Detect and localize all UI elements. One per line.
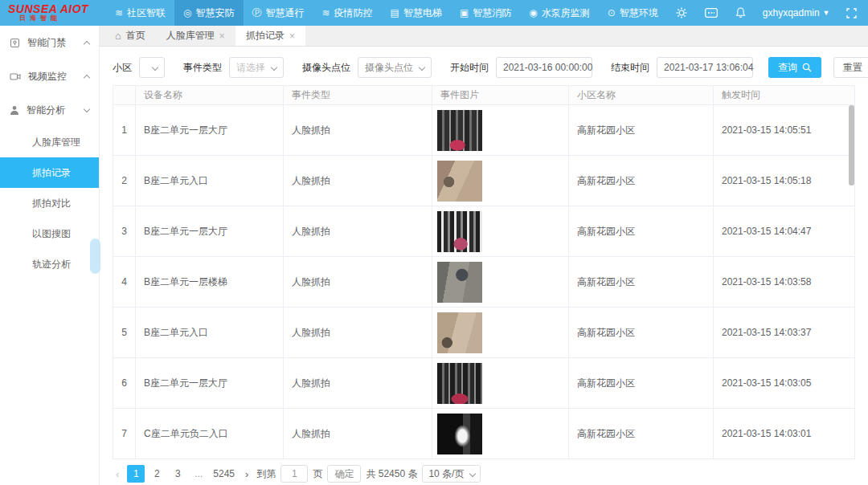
topbar-menu-item[interactable]: ▤ 智慧电梯 (382, 0, 451, 26)
event-snapshot-image[interactable] (437, 161, 482, 202)
topbar-menu-item[interactable]: ≋ 疫情防控 (313, 0, 382, 26)
topbar-menu-item[interactable]: ◎ 智慧安防 (174, 0, 243, 26)
goto-page-input[interactable]: 1 (280, 465, 308, 483)
event-image-cell (432, 156, 569, 206)
close-icon[interactable]: × (289, 31, 295, 42)
logo-text-cn: 日海智能 (8, 15, 106, 22)
next-page-arrow[interactable]: › (242, 468, 252, 480)
sidebar-submenu-item[interactable]: 人脸库管理 (0, 127, 99, 157)
close-icon[interactable]: × (219, 31, 225, 42)
chevron-up-icon (84, 40, 90, 47)
event-snapshot-image[interactable] (437, 211, 482, 252)
event-snapshot-image[interactable] (437, 262, 482, 303)
reset-button-label: 重置 (843, 61, 862, 75)
device-name-cell: B座二单元入口 (136, 308, 284, 358)
sidebar-group-smart-analysis[interactable]: 智能分析 (0, 93, 99, 127)
event-snapshot-image[interactable] (437, 414, 482, 454)
start-time-input[interactable]: 2021-03-16 00:00:00 (496, 57, 592, 78)
camera-select[interactable]: 摄像头点位 (358, 57, 432, 78)
sidebar-group-door-access[interactable]: 智能门禁 (0, 26, 99, 59)
page-number-button[interactable]: 5245 (211, 465, 237, 483)
search-button-label: 查询 (778, 61, 797, 75)
sidebar-group-label: 智能门禁 (27, 36, 77, 50)
fullscreen-icon[interactable] (837, 0, 866, 26)
topbar-menu-item[interactable]: ≋ 社区智联 (106, 0, 174, 26)
event-image-cell (432, 358, 569, 409)
trigger-time-cell: 2021-03-15 14:04:47 (714, 206, 854, 257)
col-header-device: 设备名称 (136, 86, 284, 105)
table-scrollbar[interactable] (849, 105, 854, 185)
col-header-index (113, 86, 136, 105)
goto-page-label: 到第 (256, 467, 276, 481)
trigger-time-cell: 2021-03-15 14:05:18 (714, 156, 854, 206)
filterbar: 小区 事件类型 请选择 摄像头点位 摄像头点位 开始时间 2021-03-16 … (100, 47, 868, 85)
table-row: 4 B座二单元一层楼梯 人脸抓拍 高新花园小区 2021-03-15 14:03… (113, 257, 854, 308)
sidebar-submenu-item[interactable]: 轨迹分析 (0, 249, 99, 279)
door-lock-icon (10, 38, 20, 48)
event-snapshot-image[interactable] (437, 110, 482, 151)
page-number-button[interactable]: 1 (127, 465, 145, 483)
event-type-cell: 人脸抓拍 (284, 358, 432, 409)
page-tab[interactable]: 人脸库管理 × (156, 26, 235, 46)
page-tab-label: 人脸库管理 (166, 29, 215, 43)
page-number-button: ... (190, 465, 207, 483)
prev-page-arrow[interactable]: ‹ (113, 468, 122, 480)
community-name-cell: 高新花园小区 (569, 105, 714, 156)
camera-filter-label: 摄像头点位 (302, 61, 350, 75)
chevron-up-icon (84, 74, 90, 80)
sidebar-submenu-item-label: 人脸库管理 (32, 136, 80, 149)
topbar-menu-item[interactable]: Ⓟ 智慧通行 (244, 0, 313, 26)
event-image-cell (432, 308, 569, 358)
sidebar-group-video-monitor[interactable]: 视频监控 (0, 59, 99, 93)
chevron-down-icon: ▼ (823, 9, 830, 17)
page-size-select[interactable]: 10 条/页 (422, 465, 481, 483)
topbar-menu-item[interactable]: ◉ 水泵房监测 (520, 0, 598, 26)
col-header-image: 事件图片 (432, 86, 569, 105)
event-type-cell: 人脸抓拍 (284, 206, 432, 257)
topbar-menu-item-label: 智慧电梯 (403, 6, 442, 20)
table-header-row: 设备名称 事件类型 事件图片 小区名称 触发时间 (113, 86, 854, 105)
user-menu[interactable]: gxhyxqadmin ▼ (755, 7, 838, 18)
topbar-menu-item-label: 智慧安防 (196, 6, 235, 20)
chevron-down-icon (271, 64, 277, 71)
settings-gear-icon[interactable] (667, 0, 696, 26)
event-image-cell (432, 409, 569, 459)
sidebar-submenu-item[interactable]: 抓拍记录 (0, 157, 99, 188)
sidebar-submenu-item-label: 抓拍记录 (32, 166, 71, 180)
sidebar-submenu-item[interactable]: 抓拍对比 (0, 188, 99, 218)
col-header-event: 事件类型 (284, 86, 432, 105)
topbar-menu: ≋ 社区智联 ◎ 智慧安防 Ⓟ 智慧通行 ≋ 疫情防控 ▤ 智慧电梯 (106, 0, 667, 26)
search-button[interactable]: 查询 (768, 57, 821, 78)
topbar-menu-item[interactable]: ▣ 智慧消防 (451, 0, 520, 26)
topbar-menu-item-label: 智慧消防 (473, 6, 511, 20)
notification-bell-icon[interactable] (727, 0, 755, 26)
community-name-cell: 高新花园小区 (569, 409, 714, 459)
message-card-icon[interactable] (696, 0, 727, 26)
device-name-cell: B座二单元一层大厅 (136, 105, 284, 156)
page-number-button[interactable]: 3 (169, 465, 186, 483)
event-snapshot-image[interactable] (437, 363, 482, 404)
table-row: 5 B座二单元入口 人脸抓拍 高新花园小区 2021-03-15 14:03:3… (113, 308, 854, 358)
reset-button[interactable]: 重置 ↺ (833, 57, 868, 78)
end-time-input[interactable]: 2021-03-17 13:06:04 (657, 57, 753, 78)
event-snapshot-image[interactable] (437, 312, 482, 353)
community-name-cell: 高新花园小区 (569, 156, 714, 206)
sidebar-submenu-item[interactable]: 以图搜图 (0, 218, 99, 249)
sidebar-group-label: 视频监控 (28, 70, 77, 84)
event-type-select[interactable]: 请选择 (229, 57, 284, 78)
trigger-time-cell: 2021-03-15 14:05:51 (714, 105, 854, 156)
chevron-down-icon (419, 64, 425, 71)
sidebar-collapse-handle[interactable] (90, 238, 100, 274)
goto-confirm-button[interactable]: 确定 (327, 465, 361, 483)
page-tab[interactable]: 抓拍记录 × (235, 26, 305, 46)
end-time-label: 结束时间 (611, 61, 649, 75)
community-filter-label: 小区 (113, 61, 132, 75)
search-icon (802, 63, 812, 72)
topbar-menu-item[interactable]: ⊙ 智慧环境 (599, 0, 667, 26)
page-buttons: 1 2 3 ... 5245 (127, 465, 237, 483)
table-row: 6 B座二单元一层大厅 人脸抓拍 高新花园小区 2021-03-15 14:03… (113, 358, 854, 409)
page-number-button[interactable]: 2 (148, 465, 166, 483)
community-select[interactable] (139, 57, 165, 78)
start-time-value: 2021-03-16 00:00:00 (503, 62, 592, 73)
page-tab[interactable]: ⌂ 首页 × (104, 26, 156, 46)
